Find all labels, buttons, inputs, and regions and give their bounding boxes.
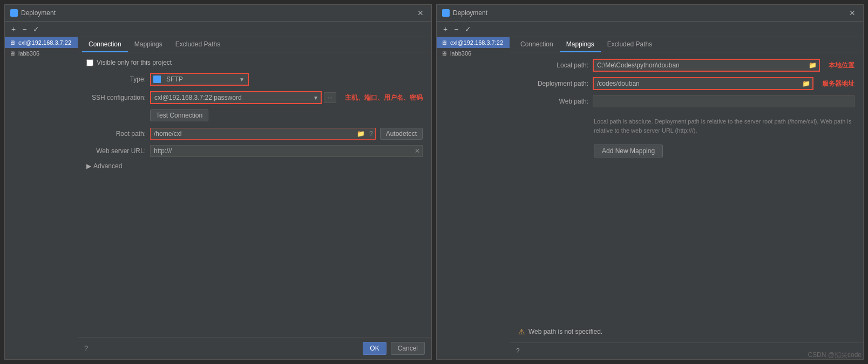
left-tabs: Connection Mappings Excluded Paths: [78, 37, 431, 52]
visible-only-row: Visible only for this project: [86, 59, 423, 66]
right-server-name-0: cxl@192.168.3.7:22: [450, 39, 503, 46]
deployment-icon-right: [442, 9, 450, 17]
ssh-config-row: SSH configuration: cxl@192.168.3.7:22 pa…: [86, 91, 423, 104]
local-path-annotation: 本地位置: [829, 61, 855, 70]
left-title-text: Deployment: [21, 9, 56, 17]
type-select-wrapper: SFTP FTP Local or mounted folder ▼: [150, 73, 249, 86]
type-select[interactable]: SFTP FTP Local or mounted folder: [163, 74, 248, 85]
web-url-clear-button[interactable]: ✕: [412, 146, 422, 156]
left-dialog-title: Deployment: [10, 9, 56, 17]
left-confirm-button[interactable]: ✓: [31, 24, 42, 35]
left-connection-panel: Visible only for this project Type: SFTP…: [78, 52, 431, 337]
test-connection-row: Test Connection: [150, 109, 423, 121]
ok-button[interactable]: OK: [363, 342, 386, 355]
web-url-wrap: ✕: [150, 145, 423, 157]
left-dialog-footer: ? OK Cancel: [78, 337, 431, 359]
spacer: [518, 157, 855, 321]
advanced-label: Advanced: [93, 162, 122, 170]
web-server-row: Web server URL: ✕: [86, 145, 423, 157]
ssh-select-wrap: cxl@192.168.3.7:22 password ▼: [150, 91, 322, 104]
left-deployment-dialog: Deployment ✕ + − ✓ 🖥 cxl@192.168.3.7:22 …: [4, 4, 432, 360]
right-help-button[interactable]: ?: [516, 347, 520, 355]
right-tabs: Connection Mappings Excluded Paths: [510, 37, 863, 52]
ssh-label: SSH configuration:: [86, 94, 146, 101]
right-server-name-1: labb306: [450, 50, 471, 57]
server-name-0: cxl@192.168.3.7:22: [18, 39, 71, 46]
right-server-item-1[interactable]: 🖥 labb306: [437, 48, 510, 59]
deployment-path-input-wrap: 📁: [593, 77, 813, 90]
left-tab-connection[interactable]: Connection: [82, 37, 128, 52]
type-row: Type: SFTP FTP Local or mounted folder ▼: [86, 73, 423, 86]
root-path-folder-button[interactable]: 📁: [355, 129, 367, 139]
right-close-button[interactable]: ✕: [847, 8, 858, 18]
right-dialog-title: Deployment: [442, 9, 487, 17]
right-tab-excluded[interactable]: Excluded Paths: [601, 37, 659, 52]
sftp-icon: [153, 75, 161, 83]
right-remove-button[interactable]: −: [452, 24, 460, 35]
right-tab-connection[interactable]: Connection: [514, 37, 560, 52]
right-server-icon-1: 🖥: [441, 50, 447, 57]
server-icon-1: 🖥: [9, 50, 15, 57]
ssh-input-group: cxl@192.168.3.7:22 password ▼ ···: [150, 91, 336, 104]
ssh-more-button[interactable]: ···: [324, 92, 336, 103]
advanced-chevron-icon: ▶: [86, 162, 91, 170]
deployment-path-input[interactable]: [594, 78, 800, 89]
right-right-content: Connection Mappings Excluded Paths Local…: [510, 37, 863, 359]
server-name-1: labb306: [18, 50, 39, 57]
web-path-row: Web path:: [518, 95, 855, 107]
left-close-button[interactable]: ✕: [415, 8, 426, 18]
right-titlebar: Deployment ✕: [437, 5, 863, 22]
left-remove-button[interactable]: −: [20, 24, 29, 35]
autodetect-button[interactable]: Autodetect: [380, 128, 423, 140]
right-add-button[interactable]: +: [441, 24, 450, 35]
left-server-item-0[interactable]: 🖥 cxl@192.168.3.7:22: [5, 37, 78, 48]
left-dialog-body: 🖥 cxl@192.168.3.7:22 🖥 labb306 Connectio…: [5, 37, 431, 359]
web-path-label: Web path:: [518, 98, 588, 105]
root-path-label: Root path:: [86, 130, 146, 138]
left-titlebar: Deployment ✕: [5, 5, 431, 22]
root-path-input[interactable]: [151, 128, 355, 139]
left-server-item-1[interactable]: 🖥 labb306: [5, 48, 78, 59]
left-server-list: 🖥 cxl@192.168.3.7:22 🖥 labb306: [5, 37, 78, 359]
deployment-path-folder-button[interactable]: 📁: [800, 79, 812, 88]
web-path-input[interactable]: [593, 96, 854, 107]
right-title-text: Deployment: [453, 9, 487, 17]
warning-row: ⚠ Web path is not specified.: [518, 321, 855, 336]
type-label: Type:: [86, 75, 146, 83]
left-tab-excluded[interactable]: Excluded Paths: [169, 37, 227, 52]
local-path-label: Local path:: [518, 61, 588, 69]
deployment-path-label: Deployment path:: [518, 80, 588, 87]
left-help-button[interactable]: ?: [84, 345, 88, 352]
csdn-watermark: CSDN @指尖code: [808, 351, 862, 360]
web-path-input-wrap: [593, 95, 855, 107]
add-new-mapping-button[interactable]: Add New Mapping: [594, 145, 663, 157]
right-mappings-panel: Local path: 📁 本地位置 Deployment path: 📁 服务…: [510, 52, 863, 342]
cancel-button[interactable]: Cancel: [391, 342, 425, 355]
left-right-content: Connection Mappings Excluded Paths Visib…: [78, 37, 431, 359]
web-url-input[interactable]: [151, 146, 412, 156]
root-path-row: Root path: 📁 ? Autodetect: [86, 128, 423, 140]
left-add-button[interactable]: +: [9, 24, 18, 35]
visible-only-label: Visible only for this project: [97, 59, 172, 66]
local-path-input-wrap: 📁: [593, 59, 820, 72]
mapping-info-text: Local path is absolute. Deployment path …: [594, 117, 855, 135]
root-path-help-button[interactable]: ?: [367, 129, 375, 139]
left-tab-mappings[interactable]: Mappings: [128, 37, 169, 52]
local-path-folder-button[interactable]: 📁: [806, 60, 819, 70]
root-path-icons: 📁 ?: [355, 129, 375, 139]
deployment-path-row: Deployment path: 📁 服务器地址: [518, 77, 855, 90]
visible-only-checkbox[interactable]: [86, 59, 93, 66]
right-dialog-body: 🖥 cxl@192.168.3.7:22 🖥 labb306 Connectio…: [437, 37, 863, 359]
local-path-row: Local path: 📁 本地位置: [518, 59, 855, 72]
ssh-select[interactable]: cxl@192.168.3.7:22 password: [151, 92, 313, 103]
deployment-icon-left: [10, 9, 18, 17]
test-connection-button[interactable]: Test Connection: [150, 109, 208, 121]
right-server-icon-0: 🖥: [441, 39, 447, 46]
advanced-row[interactable]: ▶ Advanced: [86, 162, 423, 170]
right-server-item-0[interactable]: 🖥 cxl@192.168.3.7:22: [437, 37, 510, 48]
right-tab-mappings[interactable]: Mappings: [560, 37, 601, 52]
local-path-input[interactable]: [594, 60, 806, 71]
root-path-input-wrap: 📁 ?: [150, 128, 376, 140]
warning-text: Web path is not specified.: [528, 328, 602, 335]
right-confirm-button[interactable]: ✓: [463, 24, 473, 35]
